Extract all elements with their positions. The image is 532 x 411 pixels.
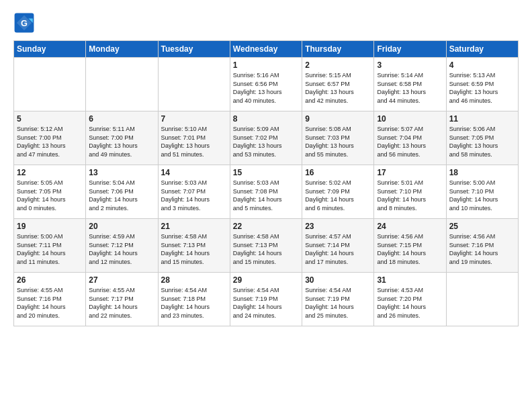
day-info: Sunrise: 4:54 AMSunset: 7:19 PMDaylight:… [233, 286, 299, 320]
calendar-cell: 27Sunrise: 4:55 AMSunset: 7:17 PMDayligh… [86, 273, 158, 326]
day-info: Sunrise: 4:53 AMSunset: 7:20 PMDaylight:… [377, 286, 443, 320]
calendar-cell: 1Sunrise: 5:16 AMSunset: 6:56 PMDaylight… [230, 58, 302, 111]
day-info: Sunrise: 5:05 AMSunset: 7:05 PMDaylight:… [17, 179, 83, 212]
day-info: Sunrise: 4:54 AMSunset: 7:19 PMDaylight:… [305, 286, 371, 320]
day-number: 12 [17, 168, 83, 177]
header-day-thursday: Thursday [302, 41, 374, 58]
day-info: Sunrise: 5:00 AMSunset: 7:10 PMDaylight:… [449, 179, 515, 212]
calendar-cell: 26Sunrise: 4:55 AMSunset: 7:16 PMDayligh… [14, 273, 86, 326]
day-number: 30 [305, 275, 371, 285]
calendar-table: SundayMondayTuesdayWednesdayThursdayFrid… [13, 40, 519, 326]
day-info: Sunrise: 4:55 AMSunset: 7:16 PMDaylight:… [17, 286, 83, 320]
day-number: 1 [233, 60, 299, 70]
header-day-saturday: Saturday [446, 41, 518, 58]
calendar-cell: 30Sunrise: 4:54 AMSunset: 7:19 PMDayligh… [302, 273, 374, 326]
calendar-cell: 15Sunrise: 5:03 AMSunset: 7:08 PMDayligh… [230, 165, 302, 219]
calendar-cell: 20Sunrise: 4:59 AMSunset: 7:12 PMDayligh… [86, 219, 158, 273]
day-number: 7 [161, 114, 227, 124]
calendar-cell: 2Sunrise: 5:15 AMSunset: 6:57 PMDaylight… [302, 58, 374, 111]
day-info: Sunrise: 5:07 AMSunset: 7:04 PMDaylight:… [377, 125, 443, 158]
logo-icon: G [13, 12, 35, 34]
day-info: Sunrise: 5:01 AMSunset: 7:10 PMDaylight:… [377, 179, 443, 212]
page: G SundayMondayTuesdayWednesdayThursdayFr… [0, 0, 532, 411]
day-info: Sunrise: 4:57 AMSunset: 7:14 PMDaylight:… [305, 232, 371, 266]
calendar-cell: 19Sunrise: 5:00 AMSunset: 7:11 PMDayligh… [14, 219, 86, 273]
calendar-cell: 10Sunrise: 5:07 AMSunset: 7:04 PMDayligh… [374, 111, 446, 165]
day-info: Sunrise: 5:03 AMSunset: 7:08 PMDaylight:… [233, 179, 299, 212]
day-number: 11 [449, 114, 515, 124]
calendar-cell: 17Sunrise: 5:01 AMSunset: 7:10 PMDayligh… [374, 165, 446, 219]
day-number: 27 [89, 275, 154, 285]
calendar-cell: 31Sunrise: 4:53 AMSunset: 7:20 PMDayligh… [374, 273, 446, 326]
day-info: Sunrise: 5:11 AMSunset: 7:00 PMDaylight:… [89, 125, 154, 158]
day-number: 24 [377, 222, 443, 231]
day-info: Sunrise: 4:56 AMSunset: 7:16 PMDaylight:… [449, 232, 515, 266]
day-number: 5 [17, 114, 83, 124]
svg-text:G: G [21, 18, 28, 28]
day-info: Sunrise: 5:06 AMSunset: 7:05 PMDaylight:… [449, 125, 515, 158]
calendar-cell: 23Sunrise: 4:57 AMSunset: 7:14 PMDayligh… [302, 219, 374, 273]
header-day-wednesday: Wednesday [230, 41, 302, 58]
day-number: 21 [161, 222, 227, 231]
day-info: Sunrise: 4:55 AMSunset: 7:17 PMDaylight:… [89, 286, 154, 320]
day-info: Sunrise: 4:56 AMSunset: 7:15 PMDaylight:… [377, 232, 443, 266]
day-info: Sunrise: 5:03 AMSunset: 7:07 PMDaylight:… [161, 179, 227, 212]
week-row-2: 5Sunrise: 5:12 AMSunset: 7:00 PMDaylight… [14, 111, 519, 165]
calendar-cell: 24Sunrise: 4:56 AMSunset: 7:15 PMDayligh… [374, 219, 446, 273]
day-number: 13 [89, 168, 154, 177]
day-info: Sunrise: 5:14 AMSunset: 6:58 PMDaylight:… [377, 71, 443, 105]
day-number: 10 [377, 114, 443, 124]
day-number: 15 [233, 168, 299, 177]
day-info: Sunrise: 4:59 AMSunset: 7:12 PMDaylight:… [89, 232, 154, 266]
header-day-monday: Monday [86, 41, 158, 58]
calendar-cell: 28Sunrise: 4:54 AMSunset: 7:18 PMDayligh… [158, 273, 230, 326]
calendar-cell [86, 58, 158, 111]
day-number: 6 [89, 114, 154, 124]
week-row-3: 12Sunrise: 5:05 AMSunset: 7:05 PMDayligh… [14, 165, 519, 219]
day-number: 8 [233, 114, 299, 124]
day-info: Sunrise: 4:58 AMSunset: 7:13 PMDaylight:… [233, 232, 299, 266]
day-number: 23 [305, 222, 371, 231]
day-info: Sunrise: 5:10 AMSunset: 7:01 PMDaylight:… [161, 125, 227, 158]
header-day-tuesday: Tuesday [158, 41, 230, 58]
day-number: 22 [233, 222, 299, 231]
day-info: Sunrise: 4:54 AMSunset: 7:18 PMDaylight:… [161, 286, 227, 320]
calendar-cell: 11Sunrise: 5:06 AMSunset: 7:05 PMDayligh… [446, 111, 518, 165]
day-info: Sunrise: 5:13 AMSunset: 6:59 PMDaylight:… [449, 71, 515, 105]
header-day-friday: Friday [374, 41, 446, 58]
calendar-cell: 25Sunrise: 4:56 AMSunset: 7:16 PMDayligh… [446, 219, 518, 273]
week-row-1: 1Sunrise: 5:16 AMSunset: 6:56 PMDaylight… [14, 58, 519, 111]
day-info: Sunrise: 4:58 AMSunset: 7:13 PMDaylight:… [161, 232, 227, 266]
calendar-cell: 8Sunrise: 5:09 AMSunset: 7:02 PMDaylight… [230, 111, 302, 165]
calendar-cell: 22Sunrise: 4:58 AMSunset: 7:13 PMDayligh… [230, 219, 302, 273]
day-number: 20 [89, 222, 154, 231]
day-number: 14 [161, 168, 227, 177]
day-info: Sunrise: 5:08 AMSunset: 7:03 PMDaylight:… [305, 125, 371, 158]
day-number: 4 [449, 60, 515, 70]
calendar-cell: 5Sunrise: 5:12 AMSunset: 7:00 PMDaylight… [14, 111, 86, 165]
calendar-cell [158, 58, 230, 111]
day-number: 3 [377, 60, 443, 70]
day-number: 19 [17, 222, 83, 231]
calendar-cell: 14Sunrise: 5:03 AMSunset: 7:07 PMDayligh… [158, 165, 230, 219]
day-info: Sunrise: 5:12 AMSunset: 7:00 PMDaylight:… [17, 125, 83, 158]
calendar-cell [446, 273, 518, 326]
day-number: 2 [305, 60, 371, 70]
day-number: 25 [449, 222, 515, 231]
calendar-cell: 13Sunrise: 5:04 AMSunset: 7:06 PMDayligh… [86, 165, 158, 219]
day-number: 9 [305, 114, 371, 124]
header: G [13, 12, 519, 34]
day-number: 31 [377, 275, 443, 285]
calendar-cell: 4Sunrise: 5:13 AMSunset: 6:59 PMDaylight… [446, 58, 518, 111]
day-info: Sunrise: 5:09 AMSunset: 7:02 PMDaylight:… [233, 125, 299, 158]
calendar-cell: 6Sunrise: 5:11 AMSunset: 7:00 PMDaylight… [86, 111, 158, 165]
calendar-cell [14, 58, 86, 111]
header-day-sunday: Sunday [14, 41, 86, 58]
calendar-cell: 29Sunrise: 4:54 AMSunset: 7:19 PMDayligh… [230, 273, 302, 326]
week-row-4: 19Sunrise: 5:00 AMSunset: 7:11 PMDayligh… [14, 219, 519, 273]
calendar-cell: 9Sunrise: 5:08 AMSunset: 7:03 PMDaylight… [302, 111, 374, 165]
calendar-cell: 7Sunrise: 5:10 AMSunset: 7:01 PMDaylight… [158, 111, 230, 165]
calendar-cell: 16Sunrise: 5:02 AMSunset: 7:09 PMDayligh… [302, 165, 374, 219]
day-info: Sunrise: 5:02 AMSunset: 7:09 PMDaylight:… [305, 179, 371, 212]
day-info: Sunrise: 5:15 AMSunset: 6:57 PMDaylight:… [305, 71, 371, 105]
